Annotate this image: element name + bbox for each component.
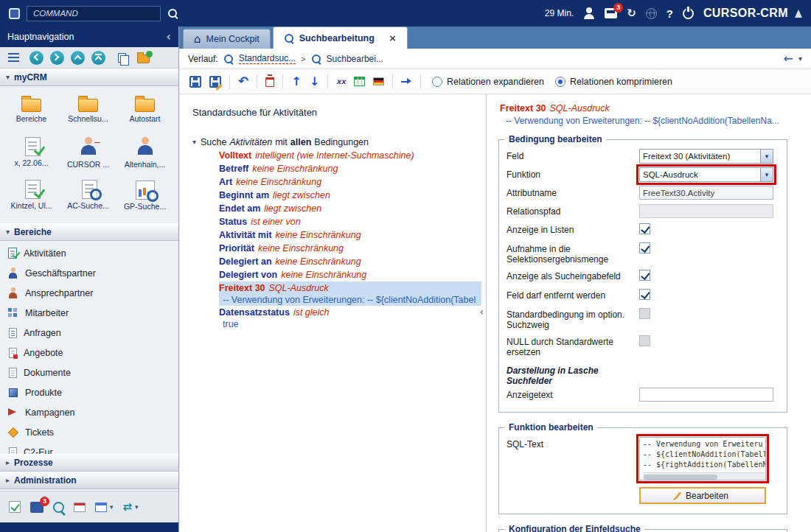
tree-condition-row[interactable]: Delegiert ankeine Einschränkung <box>219 255 481 268</box>
mycrm-item[interactable]: Autostart <box>116 91 173 133</box>
undo-icon[interactable]: ↶ <box>238 75 248 88</box>
pin-icon[interactable] <box>401 77 412 86</box>
tree-condition-row[interactable]: Datensatzstatusist gleich true <box>219 306 481 330</box>
checkbox[interactable] <box>639 223 650 234</box>
tree-root[interactable]: ▾ Suche Aktivitäten mit allen Bedingunge… <box>192 136 481 149</box>
nav-forward-icon[interactable] <box>50 51 64 65</box>
mycrm-item[interactable]: CURSOR ... <box>60 133 116 176</box>
tab-mein-cockpit[interactable]: ⌂ Mein Cockpit <box>183 29 271 49</box>
mycrm-item[interactable]: Kintzel, Ul... <box>3 176 60 219</box>
device-icon[interactable]: 3 <box>30 502 43 513</box>
close-tab-icon[interactable]: × <box>389 33 397 43</box>
globe-icon[interactable] <box>646 8 657 19</box>
collapse-sidebar-icon[interactable]: ‹ <box>167 31 171 43</box>
tree-condition-row[interactable]: Endet amliegt zwischen <box>219 202 481 215</box>
collapse-panel-icon[interactable]: ‹ <box>479 307 484 317</box>
anzeigetext-input[interactable] <box>639 388 773 402</box>
app-icon <box>9 8 20 19</box>
result-table-icon[interactable] <box>354 77 365 86</box>
tree-condition-row[interactable]: Betreffkeine Einschränkung <box>219 162 481 175</box>
command-input[interactable] <box>27 6 161 21</box>
sidebar-item[interactable]: Anfragen <box>0 323 178 343</box>
sidebar-item[interactable]: Aktivitäten <box>0 243 178 263</box>
delete-icon[interactable] <box>265 77 274 87</box>
section-header-bereiche[interactable]: ▾ Bereiche <box>0 223 178 241</box>
section-header-prozesse[interactable]: ▸ Prozesse <box>0 454 178 472</box>
tree-condition-row[interactable]: Freitext 30SQL-Ausdruck -- Verwendung vo… <box>219 281 481 306</box>
dropdown-icon[interactable]: ▾ <box>110 504 114 511</box>
bearbeiten-button[interactable]: Bearbeiten <box>639 487 766 504</box>
notifications-icon[interactable]: 3 <box>605 8 617 18</box>
tree-condition-row[interactable]: Beginnt amliegt zwischen <box>219 189 481 202</box>
timesheet-icon[interactable] <box>74 503 86 512</box>
sql-text-area[interactable]: -- Verwendung von Erweiteru-- ${clientNo… <box>639 437 766 480</box>
copy-icon[interactable] <box>118 53 126 63</box>
horizontal-scrollbar[interactable] <box>643 472 765 480</box>
sidebar-item[interactable]: Geschäftspartner <box>0 263 178 283</box>
funktion-select[interactable]: SQL-Ausdruck ▾ <box>639 167 773 182</box>
new-folder-icon[interactable] <box>137 55 150 63</box>
condition-operator: liegt zwischen <box>264 203 321 214</box>
checkbox[interactable] <box>639 270 650 281</box>
checkbox[interactable] <box>639 242 650 253</box>
checkbox[interactable] <box>639 289 650 300</box>
history-back-icon[interactable]: ← <box>784 53 793 65</box>
sidebar-item-icon <box>9 447 17 455</box>
help-icon[interactable]: ? <box>666 7 673 20</box>
move-down-icon[interactable]: ↓ <box>310 76 319 88</box>
refresh-icon[interactable]: ↻ <box>627 8 636 19</box>
tree-condition-row[interactable]: Artkeine Einschränkung <box>219 175 481 189</box>
mycrm-item[interactable]: GP-Suche... <box>116 176 173 219</box>
logout-icon[interactable] <box>683 8 694 19</box>
tree-condition-row[interactable]: Prioritätkeine Einschränkung <box>219 242 481 255</box>
tasks-icon[interactable] <box>9 501 21 513</box>
sync-icon[interactable]: ⇄ <box>123 502 133 513</box>
tree-condition-row[interactable]: Statusist einer von <box>219 215 481 228</box>
mycrm-item[interactable]: x, 22.06... <box>3 133 60 176</box>
breadcrumb-separator: > <box>301 55 305 63</box>
history-dropdown-icon[interactable]: ▾ <box>798 55 802 63</box>
mycrm-item[interactable]: Bereiche <box>3 91 60 133</box>
menu-icon[interactable] <box>8 53 19 55</box>
tree-condition-row[interactable]: Aktivität mitkeine Einschränkung <box>219 228 481 242</box>
radio-relationen-expandieren[interactable]: Relationen expandieren <box>432 77 544 87</box>
sidebar-item[interactable]: Tickets <box>0 422 178 442</box>
radio-relationen-komprimieren[interactable]: Relationen komprimieren <box>555 77 672 87</box>
sidebar-item[interactable]: C2-Eur... <box>0 442 178 454</box>
tree-toggle-icon[interactable]: ▾ <box>192 139 196 146</box>
mycrm-item[interactable]: Schnellsu... <box>60 91 116 133</box>
nav-back-icon[interactable] <box>29 51 43 65</box>
checkbox[interactable] <box>639 308 650 319</box>
checkbox[interactable] <box>639 335 650 346</box>
dropdown-arrow-icon[interactable]: ▾ <box>760 150 773 163</box>
web-search-icon[interactable] <box>53 502 64 513</box>
tab-suchbearbeitung[interactable]: Suchbearbeitung × <box>273 27 408 49</box>
feld-select[interactable]: Freitext 30 (Aktivitäten) ▾ <box>639 149 773 164</box>
rename-icon[interactable]: xx <box>336 78 346 85</box>
tree-condition-row[interactable]: Delegiert vonkeine Einschränkung <box>219 268 481 281</box>
language-flag-icon[interactable] <box>373 77 384 85</box>
save-icon[interactable] <box>189 76 201 88</box>
user-icon[interactable] <box>583 7 595 19</box>
search-icon[interactable] <box>167 8 178 18</box>
dropdown-icon[interactable]: ▾ <box>135 504 139 511</box>
sidebar-item[interactable]: Ansprechpartner <box>0 283 178 303</box>
section-header-mycrm[interactable]: ▾ myCRM <box>0 69 178 86</box>
mycrm-item[interactable]: Altenhain,... <box>116 133 173 176</box>
mycrm-item[interactable]: AC-Suche... <box>60 176 116 219</box>
scrollbar-thumb[interactable] <box>644 475 717 480</box>
sidebar-item[interactable]: Dokumente <box>0 363 178 382</box>
sidebar-item[interactable]: Kampagnen <box>0 402 178 422</box>
sidebar-item[interactable]: Angebote <box>0 343 178 363</box>
dropdown-arrow-icon[interactable]: ▾ <box>760 168 773 181</box>
sidebar-item[interactable]: Mitarbeiter <box>0 303 178 323</box>
breadcrumb-item-standardsuche[interactable]: Standardsuc... <box>239 53 296 64</box>
move-up-icon[interactable]: ↑ <box>291 76 301 88</box>
new-window-icon[interactable] <box>95 503 107 512</box>
nav-home-icon[interactable] <box>91 51 105 65</box>
save-as-icon[interactable] <box>209 76 221 88</box>
sidebar-item[interactable]: Produkte <box>0 382 178 402</box>
tree-condition-row[interactable]: Volltextintelligent (wie Internet-Suchma… <box>219 149 481 162</box>
section-header-administration[interactable]: ▸ Administration <box>0 472 178 489</box>
nav-up-icon[interactable] <box>71 51 85 65</box>
